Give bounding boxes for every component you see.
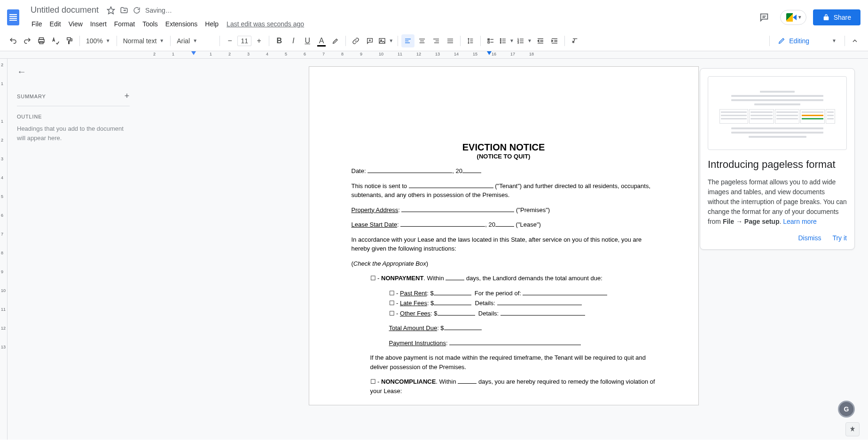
print-button[interactable]	[35, 34, 48, 47]
learn-more-link[interactable]: Learn more	[783, 218, 817, 225]
add-comment-button[interactable]	[363, 34, 376, 47]
meet-button[interactable]: ▼	[780, 10, 806, 25]
outline-empty-text: Headings that you add to the document wi…	[17, 124, 130, 142]
vertical-ruler[interactable]: 2112345678910111213	[0, 59, 8, 440]
align-center-button[interactable]	[415, 34, 429, 47]
menu-edit[interactable]: Edit	[47, 18, 64, 30]
bullet-list-button[interactable]: ▼	[498, 35, 515, 47]
add-summary-button[interactable]: +	[125, 91, 130, 101]
editing-mode-button[interactable]: Editing ▼	[773, 34, 841, 47]
svg-point-32	[500, 42, 501, 43]
align-justify-button[interactable]	[444, 34, 457, 47]
meet-icon	[786, 13, 797, 22]
line-spacing-button[interactable]	[464, 34, 477, 47]
increase-font-button[interactable]: +	[252, 34, 266, 47]
last-edit-link[interactable]: Last edit was seconds ago	[227, 20, 304, 28]
star-icon[interactable]	[107, 6, 115, 15]
menu-bar: File Edit View Insert Format Tools Exten…	[26, 17, 755, 31]
redo-button[interactable]	[21, 34, 34, 47]
separator	[845, 36, 845, 46]
decrease-font-button[interactable]: −	[223, 34, 236, 47]
back-icon[interactable]: ←	[17, 66, 26, 77]
bold-button[interactable]: B	[273, 34, 286, 47]
callout-preview	[708, 76, 847, 150]
collapse-toolbar-button[interactable]	[848, 34, 861, 47]
doc-title-input[interactable]: Untitled document	[27, 4, 102, 16]
increase-indent-button[interactable]	[548, 34, 561, 47]
app-header: Untitled document Saving… File Edit View…	[0, 0, 868, 31]
saving-icon	[133, 7, 141, 14]
chevron-down-icon: ▼	[389, 38, 393, 43]
underline-button[interactable]: U	[301, 34, 314, 47]
insert-link-button[interactable]	[349, 34, 362, 47]
doc-lease-start: Lease Start Date: , 20 ("Lease")	[352, 220, 656, 229]
align-left-button[interactable]	[401, 34, 414, 47]
dismiss-button[interactable]: Dismiss	[798, 234, 821, 242]
menu-tools[interactable]: Tools	[139, 18, 161, 30]
menu-help[interactable]: Help	[202, 18, 222, 30]
doc-late-fees: ☐ - Late Fees: $ Details:	[389, 299, 656, 308]
italic-button[interactable]: I	[287, 34, 300, 47]
separator	[345, 36, 346, 46]
doc-total-due: Total Amount Due: $	[389, 324, 656, 333]
checklist-button[interactable]	[484, 34, 497, 47]
pencil-icon	[778, 37, 785, 45]
style-dropdown[interactable]: Normal text▼	[120, 35, 167, 47]
numbered-list-button[interactable]: 123▼	[516, 35, 533, 47]
text-color-button[interactable]: A	[315, 34, 328, 47]
font-size-input[interactable]	[237, 36, 251, 46]
title-row: Untitled document Saving…	[26, 4, 755, 16]
font-dropdown[interactable]: Arial▼	[174, 35, 216, 47]
outline-sidebar: ← SUMMARY + OUTLINE Headings that you ad…	[8, 59, 139, 440]
header-center: Untitled document Saving… File Edit View…	[26, 4, 755, 31]
share-button[interactable]: Share	[813, 9, 860, 25]
separator	[170, 36, 171, 46]
editing-mode-label: Editing	[789, 37, 809, 45]
doc-tenant-line: This notice is sent to ("Tenant") and fu…	[352, 182, 656, 200]
svg-rect-28	[488, 41, 489, 43]
horizontal-ruler[interactable]: 21123456789101112131415161718	[0, 51, 868, 59]
chevron-down-icon: ▼	[798, 15, 802, 20]
doc-pay-instr: Payment Instructions:	[389, 339, 656, 348]
share-label: Share	[834, 14, 851, 21]
menu-extensions[interactable]: Extensions	[162, 18, 201, 30]
insert-image-button[interactable]: ▼	[377, 35, 394, 47]
menu-view[interactable]: View	[65, 18, 86, 30]
doc-nonpay: ☐ - NONPAYMENT. Within days, the Landlor…	[370, 274, 656, 283]
grammarly-icon[interactable]: G	[838, 401, 855, 418]
move-folder-icon[interactable]	[120, 6, 128, 15]
clear-format-button[interactable]	[568, 34, 581, 47]
doc-if-not-paid: If the above payment is not made within …	[370, 353, 656, 371]
menu-format[interactable]: Format	[111, 18, 138, 30]
header-right: ▼ Share	[755, 8, 860, 27]
chevron-down-icon: ▼	[509, 38, 514, 43]
align-right-button[interactable]	[430, 34, 443, 47]
decrease-indent-button[interactable]	[534, 34, 547, 47]
zoom-dropdown[interactable]: 100%▼	[83, 35, 113, 47]
doc-subtitle: (NOTICE TO QUIT)	[352, 153, 656, 160]
docs-logo[interactable]	[4, 8, 23, 27]
pageless-callout: Introducing pageless format The pageless…	[700, 68, 855, 250]
explore-button[interactable]	[845, 422, 860, 436]
lock-icon	[822, 14, 830, 21]
separator	[117, 36, 117, 46]
separator	[480, 36, 481, 46]
right-indent-marker[interactable]	[487, 51, 492, 55]
doc-check-box: (Check the Appropriate Box)	[352, 259, 656, 268]
menu-file[interactable]: File	[28, 18, 46, 30]
comments-icon[interactable]	[755, 8, 774, 27]
summary-label: SUMMARY	[17, 94, 46, 99]
chevron-down-icon: ▼	[106, 38, 110, 43]
menu-insert[interactable]: Insert	[87, 18, 110, 30]
doc-accord: In accordance with your Lease and the la…	[352, 235, 656, 253]
left-indent-marker[interactable]	[191, 51, 196, 55]
highlight-button[interactable]	[329, 34, 342, 47]
zoom-value: 100%	[86, 37, 103, 45]
callout-body: The pageless format allows you to add wi…	[708, 177, 847, 227]
page[interactable]: EVICTION NOTICE (NOTICE TO QUIT) Date: ,…	[309, 66, 699, 405]
doc-other-fees: ☐ - Other Fees: $ Details:	[389, 309, 656, 318]
paint-format-button[interactable]	[63, 34, 76, 47]
undo-button[interactable]	[7, 34, 20, 47]
spellcheck-button[interactable]	[49, 34, 62, 47]
try-it-button[interactable]: Try it	[832, 234, 847, 242]
